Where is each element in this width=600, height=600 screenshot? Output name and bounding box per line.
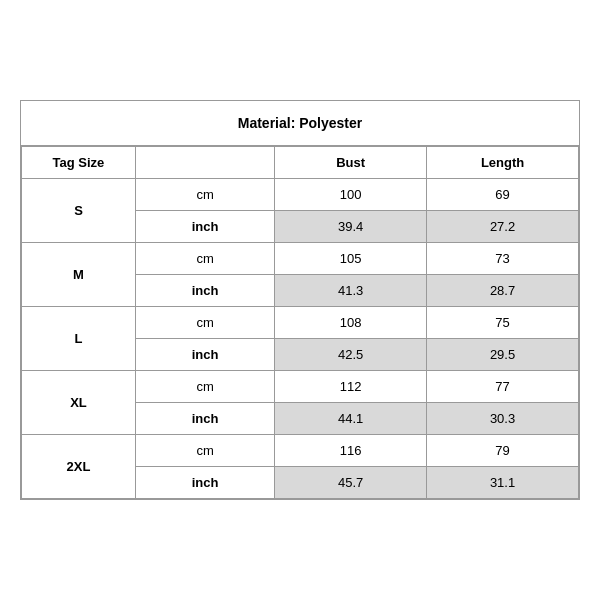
- bust-cm: 116: [275, 435, 427, 467]
- bust-inch: 41.3: [275, 275, 427, 307]
- size-table: Tag Size Bust Length Scm10069inch39.427.…: [21, 146, 579, 499]
- table-row: 2XLcm11679: [22, 435, 579, 467]
- length-cm: 69: [427, 179, 579, 211]
- unit-inch: inch: [135, 403, 274, 435]
- unit-cm: cm: [135, 435, 274, 467]
- unit-cm: cm: [135, 371, 274, 403]
- size-chart-container: Material: Polyester Tag Size Bust Length…: [20, 100, 580, 500]
- length-cm: 79: [427, 435, 579, 467]
- unit-inch: inch: [135, 275, 274, 307]
- bust-inch: 45.7: [275, 467, 427, 499]
- table-row: Lcm10875: [22, 307, 579, 339]
- length-cm: 77: [427, 371, 579, 403]
- size-label: M: [22, 243, 136, 307]
- bust-cm: 105: [275, 243, 427, 275]
- unit-cm: cm: [135, 243, 274, 275]
- unit-cm: cm: [135, 179, 274, 211]
- length-cm: 73: [427, 243, 579, 275]
- length-inch: 27.2: [427, 211, 579, 243]
- header-tag-size: Tag Size: [22, 147, 136, 179]
- unit-cm: cm: [135, 307, 274, 339]
- table-row: Scm10069: [22, 179, 579, 211]
- bust-cm: 100: [275, 179, 427, 211]
- size-label: L: [22, 307, 136, 371]
- bust-cm: 112: [275, 371, 427, 403]
- size-label: 2XL: [22, 435, 136, 499]
- chart-title: Material: Polyester: [21, 101, 579, 146]
- bust-inch: 39.4: [275, 211, 427, 243]
- unit-inch: inch: [135, 211, 274, 243]
- size-label: S: [22, 179, 136, 243]
- bust-inch: 44.1: [275, 403, 427, 435]
- table-row: XLcm11277: [22, 371, 579, 403]
- bust-inch: 42.5: [275, 339, 427, 371]
- header-bust: Bust: [275, 147, 427, 179]
- unit-inch: inch: [135, 339, 274, 371]
- header-unit: [135, 147, 274, 179]
- size-label: XL: [22, 371, 136, 435]
- length-inch: 30.3: [427, 403, 579, 435]
- table-header-row: Tag Size Bust Length: [22, 147, 579, 179]
- unit-inch: inch: [135, 467, 274, 499]
- length-inch: 29.5: [427, 339, 579, 371]
- table-body: Scm10069inch39.427.2Mcm10573inch41.328.7…: [22, 179, 579, 499]
- table-row: Mcm10573: [22, 243, 579, 275]
- bust-cm: 108: [275, 307, 427, 339]
- length-inch: 28.7: [427, 275, 579, 307]
- length-inch: 31.1: [427, 467, 579, 499]
- header-length: Length: [427, 147, 579, 179]
- length-cm: 75: [427, 307, 579, 339]
